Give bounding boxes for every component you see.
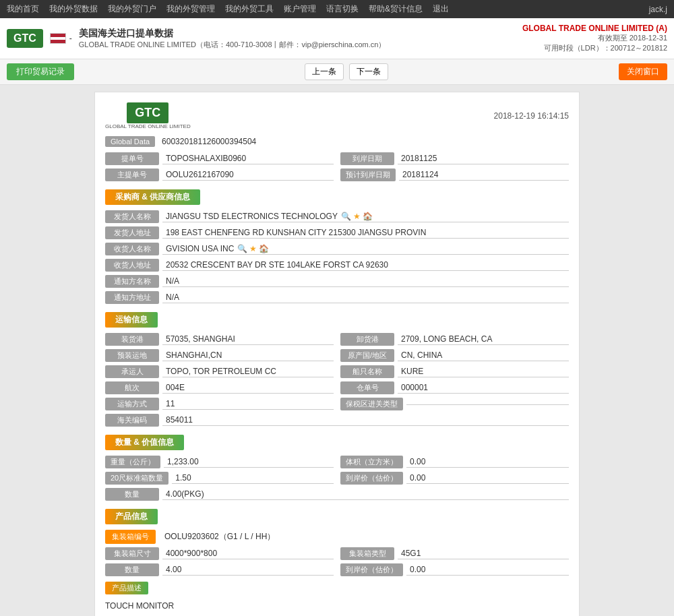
nav-trade-manage[interactable]: 我的外贸管理 [166, 3, 215, 15]
nav-help[interactable]: 帮助&贸计信息 [369, 3, 423, 15]
origin-value: CN, CHINA [398, 350, 569, 361]
prod-arrival-price-pair: 到岸价（估价） 0.00 [340, 563, 569, 576]
consignee-star-icon[interactable]: ★ [249, 244, 257, 253]
voyage-label: 航次 [105, 381, 159, 394]
volume-label: 体积（立方米） [340, 456, 403, 468]
nav-home[interactable]: 我的首页 [7, 3, 39, 15]
prod-qty-price-row: 数量 4.00 到岸价（估价） 0.00 [105, 563, 569, 576]
transport-label: 运输方式 [105, 398, 159, 410]
company-info: GLOBAL TRADE ONLINE LIMITED（电话：400-710-3… [79, 40, 386, 50]
origin-label: 原产国/地区 [340, 349, 394, 362]
container-no-value: OOLU9203602（G1 / L / HH） [164, 531, 275, 543]
close-button-top[interactable]: 关闭窗口 [619, 63, 667, 80]
flag-language[interactable]: - [50, 33, 72, 44]
header-right: GLOBAL TRADE ONLINE LIMITED (A) 有效期至 201… [522, 24, 667, 53]
transport-pair: 运输方式 11 [105, 398, 334, 410]
unit-price-value: 0.00 [406, 472, 569, 484]
nav-links: 我的首页 我的外贸数据 我的外贸门户 我的外贸管理 我的外贸工具 账户管理 语言… [7, 3, 449, 15]
prod-qty-label: 数量 [105, 563, 159, 576]
nav-language[interactable]: 语言切换 [326, 3, 359, 15]
teu-label: 20尺标准箱数量 [105, 472, 168, 485]
dest-port-pair: 卸货港 2709, LONG BEACH, CA [340, 333, 569, 346]
customs-code-value: 854011 [162, 414, 569, 426]
section2-header: 运输信息 [105, 312, 569, 328]
consignee-name-label: 收货人名称 [105, 243, 159, 255]
global-data-row: Global Data 600320181126000394504 [105, 136, 569, 147]
record-box: GTC GLOBAL TRADE ONLINE LIMITED 2018-12-… [94, 92, 580, 616]
vessel-value: KURE [398, 366, 569, 377]
container-size-value: 4000*900*800 [162, 548, 334, 559]
load-port-value: 57035, SHANGHAI [162, 334, 334, 345]
ftz-value [406, 403, 569, 405]
ftz-pair: 保税区进关类型 [340, 398, 569, 410]
unit-price-pair: 到岸价（估价） 0.00 [340, 472, 569, 485]
prod-qty-pair: 数量 4.00 [105, 563, 334, 576]
record-logo-box: GTC [127, 102, 168, 123]
teu-price-row: 20尺标准箱数量 1.50 到岸价（估价） 0.00 [105, 472, 569, 485]
section2-badge: 运输信息 [105, 312, 158, 328]
prod-desc-value: TOUCH MONITOR [105, 598, 569, 614]
container-type-value: 45G1 [398, 548, 569, 559]
record-logo: GTC GLOBAL TRADE ONLINE LIMITED [105, 102, 191, 129]
weight-pair: 重量（公斤） 1,233.00 [105, 456, 334, 468]
ldr-info: 可用时段（LDR）：200712～201812 [522, 43, 667, 53]
nav-trade-data[interactable]: 我的外贸数据 [49, 3, 98, 15]
page-header: GTC - 美国海关进口提单数据 GLOBAL TRADE ONLINE LIM… [0, 18, 674, 59]
notify-name-value: N/A [162, 276, 569, 287]
prod-arrival-price-value: 0.00 [406, 564, 569, 576]
consignee-addr-label: 收货人地址 [105, 259, 159, 272]
shipper-search-icon[interactable]: 🔍 [341, 212, 351, 221]
logo: GTC [7, 29, 43, 48]
quantity-row: 数量 4.00(PKG) [105, 488, 569, 501]
nav-trade-portal[interactable]: 我的外贸门户 [108, 3, 156, 15]
ports-row: 装货港 57035, SHANGHAI 卸货港 2709, LONG BEACH… [105, 333, 569, 346]
header-title-block: 美国海关进口提单数据 GLOBAL TRADE ONLINE LIMITED（电… [79, 28, 386, 50]
nav-logout[interactable]: 退出 [433, 3, 449, 15]
nav-account[interactable]: 账户管理 [284, 3, 316, 15]
quantity-label: 数量 [105, 488, 159, 501]
vessel-label: 船只名称 [340, 365, 394, 378]
top-navigation: 我的首页 我的外贸数据 我的外贸门户 我的外贸管理 我的外贸工具 账户管理 语言… [0, 0, 674, 18]
master-bill-pair: 主提单号 OOLU2612167090 [105, 168, 334, 181]
prod-qty-value: 4.00 [162, 564, 334, 576]
voyage-pair: 航次 004E [105, 381, 334, 394]
consignee-search-icon[interactable]: 🔍 [237, 244, 247, 253]
warehouse-label: 仓单号 [340, 381, 394, 394]
consignee-home-icon[interactable]: 🏠 [259, 244, 269, 253]
prod-desc-section-label: 产品描述 [105, 582, 148, 594]
origin-pair: 原产国/地区 CN, CHINA [340, 349, 569, 362]
shipper-home-icon[interactable]: 🏠 [363, 212, 373, 221]
prev-button-top[interactable]: 上一条 [305, 63, 344, 80]
shipper-addr-row: 发货人地址 198 EAST CHENFENG RD KUNSHAN CITY … [105, 226, 569, 239]
section4-badge: 产品信息 [105, 509, 158, 524]
dest-port-label: 卸货港 [340, 333, 394, 346]
company-name-right: GLOBAL TRADE ONLINE LIMITED (A) [522, 24, 667, 33]
shipper-name-row: 发货人名称 JIANGSU TSD ELECTRONICS TECHNOLOGY… [105, 210, 569, 223]
carrier-label: 承运人 [105, 365, 159, 378]
notify-name-row: 通知方名称 N/A [105, 275, 569, 288]
bill-no-label: 提单号 [105, 152, 159, 165]
arrival-date-value: 20181125 [398, 153, 569, 164]
shipper-name-label: 发货人名称 [105, 210, 159, 223]
consignee-addr-row: 收货人地址 20532 CRESCENT BAY DR STE 104LAKE … [105, 259, 569, 272]
voyage-warehouse-row: 航次 004E 仓单号 000001 [105, 381, 569, 394]
print-button-top[interactable]: 打印贸易记录 [7, 63, 74, 80]
section1-header: 采购商 & 供应商信息 [105, 189, 569, 205]
product-desc-section: 产品描述 TOUCH MONITOR 唛头 NO MARKS [105, 582, 569, 616]
consignee-addr-value: 20532 CRESCENT BAY DR STE 104LAKE FORST … [162, 259, 569, 271]
header-left: GTC - 美国海关进口提单数据 GLOBAL TRADE ONLINE LIM… [7, 28, 386, 50]
notify-addr-value: N/A [162, 292, 569, 303]
bill-arrival-row: 提单号 TOPOSHALAXIB0960 到岸日期 20181125 [105, 152, 569, 165]
bill-no-value: TOPOSHALAXIB0960 [162, 153, 334, 164]
shipper-star-icon[interactable]: ★ [353, 212, 361, 221]
planned-arrival-label: 预计到岸日期 [340, 168, 396, 181]
section4-header: 产品信息 [105, 509, 569, 524]
ftz-label: 保税区进关类型 [340, 398, 403, 410]
nav-trade-tools[interactable]: 我的外贸工具 [225, 3, 274, 15]
container-no-row: 集装箱编号 OOLU9203602（G1 / L / HH） [105, 530, 569, 544]
next-button-top[interactable]: 下一条 [349, 63, 388, 80]
section3-header: 数量 & 价值信息 [105, 435, 569, 450]
container-size-type-row: 集装箱尺寸 4000*900*800 集装箱类型 45G1 [105, 547, 569, 560]
transport-ftz-row: 运输方式 11 保税区进关类型 [105, 398, 569, 410]
pre-load-label: 预装运地 [105, 349, 159, 362]
